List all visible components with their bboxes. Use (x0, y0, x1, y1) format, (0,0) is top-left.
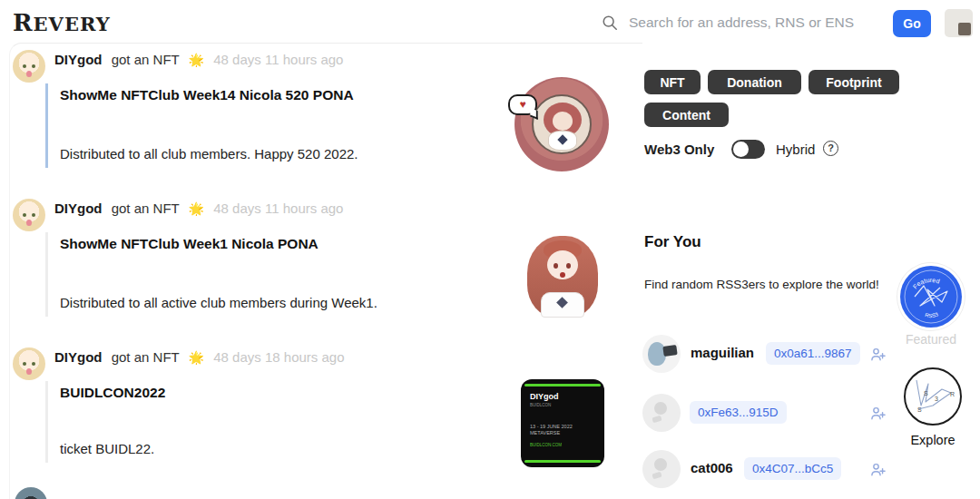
nft-title: ShowMe NFTClub Week1 Nicola PONA (60, 236, 472, 252)
profile-avatar[interactable] (945, 9, 973, 37)
address-badge[interactable]: 0x4C07...bCc5 (744, 457, 841, 480)
suggested-user-row: cat006 0x4C07...bCc5 (642, 450, 897, 490)
nft-image-badge[interactable]: ♥ (514, 77, 609, 171)
star-emoji-icon: 🌟 (189, 350, 204, 365)
svg-text:R: R (950, 391, 955, 397)
featured-badge-icon: Featured RSS3 (900, 266, 962, 328)
filter-donation-button[interactable]: Donation (708, 70, 801, 94)
username[interactable]: DIYgod (54, 349, 103, 365)
nft-image-ticket[interactable]: DIYgod BUIDLCON 13 - 19 JUNE 2022 METAVE… (521, 379, 604, 467)
nft-title: BUIDLCON2022 (60, 385, 472, 401)
nft-badge-art (532, 94, 592, 154)
action-text: got an NFT (112, 201, 180, 216)
svg-text:S: S (917, 406, 922, 413)
ticket-owner: DIYgod (530, 392, 595, 401)
suggested-user-row: maguilian 0x0a61...9867 (642, 335, 897, 375)
search-input[interactable] (629, 11, 865, 34)
nft-description: ticket BUIDL22. (60, 441, 472, 456)
username[interactable]: DIYgod (54, 52, 103, 67)
nft-description: Distributed to all club members. Happy 5… (60, 146, 472, 161)
filter-nft-button[interactable]: NFT (644, 70, 701, 94)
follow-user-icon[interactable] (869, 461, 887, 479)
for-you-subtitle: Find random RSS3ers to explore the world… (644, 278, 879, 291)
user-avatar[interactable] (13, 199, 45, 231)
heart-bubble-icon: ♥ (508, 94, 537, 115)
svg-text:S: S (924, 390, 928, 396)
ticket-event: BUIDLCON (530, 403, 595, 407)
for-you-title: For You (644, 233, 701, 251)
explore-button[interactable]: S 3 R S (904, 367, 962, 426)
suggested-user-name[interactable]: cat006 (691, 460, 733, 475)
suggested-user-avatar[interactable] (642, 394, 681, 432)
web3-only-label: Web3 Only (644, 142, 714, 157)
follow-user-icon[interactable] (869, 346, 887, 364)
toggle-knob (733, 142, 749, 157)
ticket-link: BUIDLCON.COM (530, 443, 595, 447)
follow-user-icon[interactable] (869, 405, 887, 423)
suggested-user-avatar[interactable] (642, 335, 681, 373)
suggested-user-avatar[interactable] (642, 450, 681, 488)
hybrid-label: Hybrid (776, 142, 815, 157)
featured-badge[interactable]: Featured RSS3 (900, 266, 962, 328)
user-avatar[interactable] (13, 347, 45, 380)
timestamp: 48 days 18 hours ago (213, 349, 344, 365)
revery-logo[interactable]: REVERY (13, 9, 111, 36)
go-button[interactable]: Go (893, 10, 931, 37)
filter-content-button[interactable]: Content (644, 103, 729, 127)
nft-title: ShowMe NFTClub Week14 Nicola 520 PONA (60, 87, 472, 103)
nft-note: ShowMe NFTClub Week14 Nicola 520 PONA Di… (45, 83, 472, 168)
action-text: got an NFT (112, 52, 180, 67)
suggested-user-name[interactable]: maguilian (691, 345, 754, 360)
user-avatar[interactable] (13, 50, 45, 83)
nft-note: BUIDLCON2022 ticket BUIDL22. (45, 381, 472, 463)
explore-label: Explore (898, 433, 967, 447)
action-text: got an NFT (112, 349, 180, 365)
star-emoji-icon: 🌟 (189, 201, 204, 216)
address-badge[interactable]: 0xFe63...915D (690, 401, 787, 424)
nft-description: Distributed to all active club members d… (60, 295, 472, 310)
featured-label: Featured (898, 332, 964, 347)
ticket-venue: METAVERSE (530, 430, 595, 435)
svg-text:3: 3 (935, 396, 938, 402)
nft-note: ShowMe NFTClub Week1 Nicola PONA Distrib… (45, 232, 472, 317)
revery-app: REVERY Go DIYgod got an NFT 🌟 48 days 11… (0, 0, 980, 499)
web3-hybrid-toggle[interactable] (731, 140, 765, 159)
timestamp: 48 days 11 hours ago (213, 201, 343, 216)
timestamp: 48 days 11 hours ago (213, 52, 343, 67)
explore-scribble-icon: S 3 R S (906, 369, 960, 424)
search-icon (602, 15, 618, 31)
ticket-date: 13 - 19 JUNE 2022 (530, 424, 595, 429)
suggested-user-row: 0xFe63...915D (642, 394, 897, 434)
address-badge[interactable]: 0x0a61...9867 (766, 342, 860, 365)
nft-image-portrait[interactable] (523, 229, 603, 319)
username[interactable]: DIYgod (54, 201, 103, 216)
help-icon[interactable]: ? (823, 141, 838, 156)
filter-footprint-button[interactable]: Footprint (808, 70, 899, 94)
star-emoji-icon: 🌟 (189, 53, 204, 67)
